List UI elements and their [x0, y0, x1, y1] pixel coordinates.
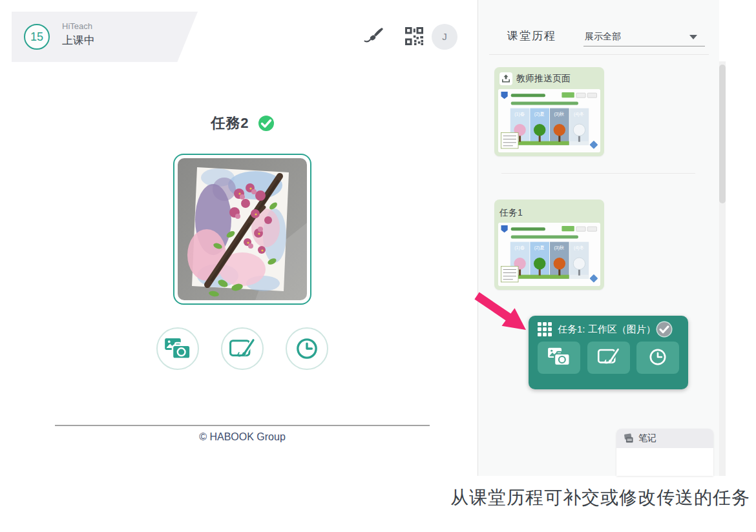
class-status-label: 上课中 [62, 33, 95, 48]
hiteach-app-window: 15 HiTeach 上课中 J 任務2 [0, 0, 756, 532]
class-history-title: 课堂历程 [507, 28, 556, 43]
history-card-teacher-push[interactable]: 教师推送页面 (1)春 (2)夏 (3) [494, 67, 604, 156]
task1-workspace-popup: 任务1: 工作区（图片） [529, 316, 688, 389]
grid-icon[interactable] [538, 322, 552, 336]
svg-text:(3)秋: (3)秋 [554, 245, 564, 251]
avatar[interactable]: J [432, 24, 457, 50]
popup-title: 任务1: 工作区（图片） [558, 323, 656, 336]
slide-thumbnail: (1)春 (2)夏 (3)秋 (4)冬 [498, 223, 600, 286]
task-completed-check-icon [258, 116, 274, 131]
watercolor-painting-photo [178, 158, 307, 300]
select-underline [583, 46, 705, 46]
svg-text:(1)春: (1)春 [514, 112, 525, 117]
task-title: 任務2 [211, 115, 249, 131]
notes-body [616, 448, 713, 476]
svg-text:(3)秋: (3)秋 [554, 112, 564, 117]
annotation-caption: 从课堂历程可补交或修改传送的任务 [450, 486, 750, 510]
brush-icon[interactable] [364, 26, 384, 49]
chevron-down-icon [689, 35, 697, 39]
svg-text:(1)春: (1)春 [514, 245, 525, 251]
popup-ink-work-button[interactable] [587, 342, 630, 374]
clock-icon [648, 347, 667, 369]
history-filter-value: 展示全部 [585, 31, 621, 41]
history-card-task1[interactable]: 任务1 (1)春 (2)夏 (3)秋 [494, 200, 604, 290]
sidebar-scrollbar-thumb[interactable] [719, 65, 726, 203]
footer-divider [55, 425, 430, 426]
copyright: © HABOOK Group [0, 431, 485, 443]
history-filter-select[interactable]: 展示全部 [585, 30, 705, 47]
notes-title: 笔记 [638, 433, 656, 444]
svg-text:(4)冬: (4)冬 [574, 112, 584, 117]
qr-code-icon[interactable] [405, 27, 423, 48]
history-card-title: 教师推送页面 [516, 73, 571, 85]
sidebar-header-divider [489, 54, 709, 55]
svg-text:(4)冬: (4)冬 [574, 245, 584, 251]
tablet-pen-icon [597, 347, 620, 368]
photo-submission-button[interactable] [156, 327, 199, 370]
svg-text:(2)夏: (2)夏 [534, 111, 545, 117]
participant-count-badge: 15 [24, 24, 50, 50]
submitted-work-image[interactable] [173, 154, 311, 305]
submitted-check-icon [657, 322, 671, 336]
history-card-title: 任务1 [499, 207, 523, 219]
task-title-row: 任務2 [0, 114, 485, 133]
notes-card[interactable]: 笔记 [616, 429, 713, 476]
photo-camera-icon [547, 347, 571, 368]
popup-history-button[interactable] [636, 342, 679, 374]
tablet-pen-icon [229, 338, 256, 360]
upload-icon [499, 72, 512, 85]
ink-work-button[interactable] [221, 327, 264, 370]
photo-camera-icon [164, 338, 191, 360]
popup-photo-submission-button[interactable] [538, 342, 580, 374]
svg-text:(2)夏: (2)夏 [534, 245, 545, 251]
history-button[interactable] [286, 327, 328, 370]
clock-icon [295, 336, 319, 361]
app-name: HiTeach [62, 21, 92, 31]
notes-icon [623, 433, 635, 444]
history-divider [501, 173, 695, 174]
slide-thumbnail: (1)春 (2)夏 (3)秋 (4)冬 [498, 89, 600, 152]
